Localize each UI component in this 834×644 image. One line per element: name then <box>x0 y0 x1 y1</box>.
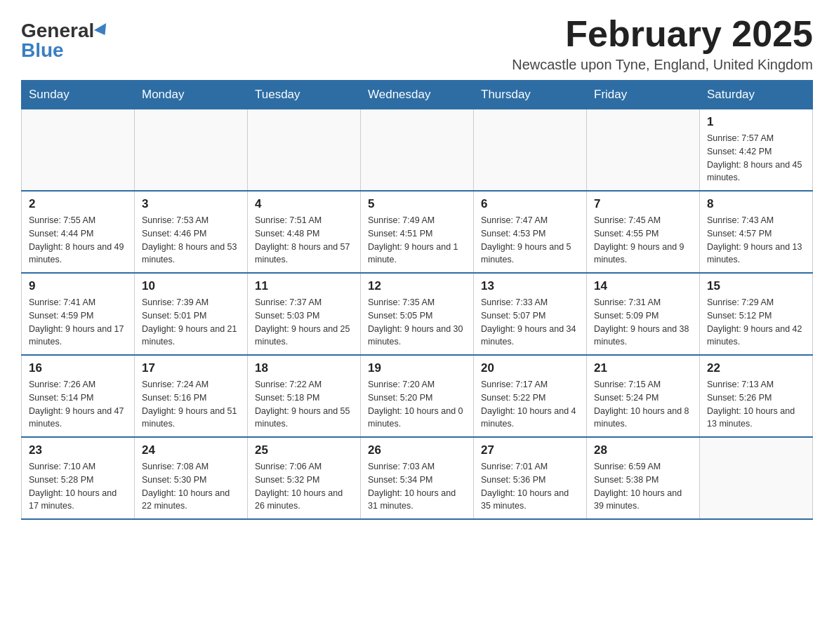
calendar-cell: 14Sunrise: 7:31 AMSunset: 5:09 PMDayligh… <box>587 273 700 355</box>
day-info: Sunrise: 7:35 AMSunset: 5:05 PMDaylight:… <box>368 296 466 349</box>
calendar-cell: 23Sunrise: 7:10 AMSunset: 5:28 PMDayligh… <box>22 437 135 519</box>
day-info: Sunrise: 7:15 AMSunset: 5:24 PMDaylight:… <box>594 378 692 431</box>
calendar-cell: 28Sunrise: 6:59 AMSunset: 5:38 PMDayligh… <box>587 437 700 519</box>
day-info: Sunrise: 7:17 AMSunset: 5:22 PMDaylight:… <box>481 378 579 431</box>
day-number: 5 <box>368 197 466 211</box>
weekday-header-saturday: Saturday <box>700 81 813 109</box>
day-number: 17 <box>142 361 240 375</box>
calendar-cell: 21Sunrise: 7:15 AMSunset: 5:24 PMDayligh… <box>587 355 700 437</box>
day-number: 14 <box>594 279 692 293</box>
weekday-header-friday: Friday <box>587 81 700 109</box>
weekday-header-tuesday: Tuesday <box>248 81 361 109</box>
calendar-cell <box>700 437 813 519</box>
day-info: Sunrise: 7:45 AMSunset: 4:55 PMDaylight:… <box>594 214 692 267</box>
calendar-cell <box>361 109 474 192</box>
calendar-cell: 9Sunrise: 7:41 AMSunset: 4:59 PMDaylight… <box>22 273 135 355</box>
calendar-cell <box>474 109 587 192</box>
day-number: 4 <box>255 197 353 211</box>
day-info: Sunrise: 7:43 AMSunset: 4:57 PMDaylight:… <box>707 214 805 267</box>
calendar-cell: 10Sunrise: 7:39 AMSunset: 5:01 PMDayligh… <box>135 273 248 355</box>
day-info: Sunrise: 7:31 AMSunset: 5:09 PMDaylight:… <box>594 296 692 349</box>
calendar-cell: 13Sunrise: 7:33 AMSunset: 5:07 PMDayligh… <box>474 273 587 355</box>
day-info: Sunrise: 7:51 AMSunset: 4:48 PMDaylight:… <box>255 214 353 267</box>
day-number: 7 <box>594 197 692 211</box>
day-info: Sunrise: 7:10 AMSunset: 5:28 PMDaylight:… <box>29 460 127 513</box>
day-number: 13 <box>481 279 579 293</box>
calendar-cell: 3Sunrise: 7:53 AMSunset: 4:46 PMDaylight… <box>135 191 248 273</box>
day-number: 18 <box>255 361 353 375</box>
day-info: Sunrise: 7:53 AMSunset: 4:46 PMDaylight:… <box>142 214 240 267</box>
calendar-cell: 6Sunrise: 7:47 AMSunset: 4:53 PMDaylight… <box>474 191 587 273</box>
day-info: Sunrise: 7:49 AMSunset: 4:51 PMDaylight:… <box>368 214 466 267</box>
weekday-header-sunday: Sunday <box>22 81 135 109</box>
day-info: Sunrise: 6:59 AMSunset: 5:38 PMDaylight:… <box>594 460 692 513</box>
day-info: Sunrise: 7:29 AMSunset: 5:12 PMDaylight:… <box>707 296 805 349</box>
location: Newcastle upon Tyne, England, United Kin… <box>512 57 813 73</box>
day-number: 20 <box>481 361 579 375</box>
calendar-cell: 24Sunrise: 7:08 AMSunset: 5:30 PMDayligh… <box>135 437 248 519</box>
calendar-cell: 12Sunrise: 7:35 AMSunset: 5:05 PMDayligh… <box>361 273 474 355</box>
day-info: Sunrise: 7:37 AMSunset: 5:03 PMDaylight:… <box>255 296 353 349</box>
calendar-cell: 19Sunrise: 7:20 AMSunset: 5:20 PMDayligh… <box>361 355 474 437</box>
calendar-cell <box>22 109 135 192</box>
page-header: General Blue February 2025 Newcastle upo… <box>21 14 813 73</box>
day-number: 9 <box>29 279 127 293</box>
calendar-cell: 8Sunrise: 7:43 AMSunset: 4:57 PMDaylight… <box>700 191 813 273</box>
day-info: Sunrise: 7:55 AMSunset: 4:44 PMDaylight:… <box>29 214 127 267</box>
calendar-cell: 11Sunrise: 7:37 AMSunset: 5:03 PMDayligh… <box>248 273 361 355</box>
calendar-cell: 26Sunrise: 7:03 AMSunset: 5:34 PMDayligh… <box>361 437 474 519</box>
day-info: Sunrise: 7:20 AMSunset: 5:20 PMDaylight:… <box>368 378 466 431</box>
calendar-week-4: 16Sunrise: 7:26 AMSunset: 5:14 PMDayligh… <box>22 355 813 437</box>
calendar-cell: 22Sunrise: 7:13 AMSunset: 5:26 PMDayligh… <box>700 355 813 437</box>
weekday-header-row: SundayMondayTuesdayWednesdayThursdayFrid… <box>22 81 813 109</box>
calendar-cell: 4Sunrise: 7:51 AMSunset: 4:48 PMDaylight… <box>248 191 361 273</box>
day-info: Sunrise: 7:01 AMSunset: 5:36 PMDaylight:… <box>481 460 579 513</box>
calendar-cell: 25Sunrise: 7:06 AMSunset: 5:32 PMDayligh… <box>248 437 361 519</box>
logo-blue: Blue <box>21 39 64 61</box>
day-info: Sunrise: 7:39 AMSunset: 5:01 PMDaylight:… <box>142 296 240 349</box>
calendar-cell: 5Sunrise: 7:49 AMSunset: 4:51 PMDaylight… <box>361 191 474 273</box>
day-number: 6 <box>481 197 579 211</box>
calendar-cell: 20Sunrise: 7:17 AMSunset: 5:22 PMDayligh… <box>474 355 587 437</box>
calendar-cell: 15Sunrise: 7:29 AMSunset: 5:12 PMDayligh… <box>700 273 813 355</box>
calendar-cell: 17Sunrise: 7:24 AMSunset: 5:16 PMDayligh… <box>135 355 248 437</box>
logo: General Blue <box>21 14 110 60</box>
day-number: 16 <box>29 361 127 375</box>
day-number: 8 <box>707 197 805 211</box>
day-info: Sunrise: 7:24 AMSunset: 5:16 PMDaylight:… <box>142 378 240 431</box>
calendar-cell: 16Sunrise: 7:26 AMSunset: 5:14 PMDayligh… <box>22 355 135 437</box>
day-info: Sunrise: 7:41 AMSunset: 4:59 PMDaylight:… <box>29 296 127 349</box>
day-number: 2 <box>29 197 127 211</box>
day-number: 3 <box>142 197 240 211</box>
day-number: 25 <box>255 443 353 457</box>
calendar-body: 1Sunrise: 7:57 AMSunset: 4:42 PMDaylight… <box>22 109 813 520</box>
day-info: Sunrise: 7:26 AMSunset: 5:14 PMDaylight:… <box>29 378 127 431</box>
calendar-cell: 7Sunrise: 7:45 AMSunset: 4:55 PMDaylight… <box>587 191 700 273</box>
calendar-header: SundayMondayTuesdayWednesdayThursdayFrid… <box>22 81 813 109</box>
weekday-header-wednesday: Wednesday <box>361 81 474 109</box>
day-info: Sunrise: 7:33 AMSunset: 5:07 PMDaylight:… <box>481 296 579 349</box>
calendar-cell: 18Sunrise: 7:22 AMSunset: 5:18 PMDayligh… <box>248 355 361 437</box>
calendar-week-3: 9Sunrise: 7:41 AMSunset: 4:59 PMDaylight… <box>22 273 813 355</box>
calendar-week-2: 2Sunrise: 7:55 AMSunset: 4:44 PMDaylight… <box>22 191 813 273</box>
day-info: Sunrise: 7:57 AMSunset: 4:42 PMDaylight:… <box>707 132 805 185</box>
day-number: 11 <box>255 279 353 293</box>
day-info: Sunrise: 7:13 AMSunset: 5:26 PMDaylight:… <box>707 378 805 431</box>
day-number: 24 <box>142 443 240 457</box>
day-info: Sunrise: 7:03 AMSunset: 5:34 PMDaylight:… <box>368 460 466 513</box>
calendar-cell: 1Sunrise: 7:57 AMSunset: 4:42 PMDaylight… <box>700 109 813 192</box>
day-info: Sunrise: 7:22 AMSunset: 5:18 PMDaylight:… <box>255 378 353 431</box>
day-number: 27 <box>481 443 579 457</box>
day-number: 12 <box>368 279 466 293</box>
day-number: 22 <box>707 361 805 375</box>
day-number: 28 <box>594 443 692 457</box>
month-title: February 2025 <box>512 14 813 54</box>
title-section: February 2025 Newcastle upon Tyne, Engla… <box>512 14 813 73</box>
calendar-week-5: 23Sunrise: 7:10 AMSunset: 5:28 PMDayligh… <box>22 437 813 519</box>
day-number: 1 <box>707 115 805 129</box>
calendar-cell <box>587 109 700 192</box>
day-number: 15 <box>707 279 805 293</box>
calendar-cell: 27Sunrise: 7:01 AMSunset: 5:36 PMDayligh… <box>474 437 587 519</box>
day-number: 26 <box>368 443 466 457</box>
day-number: 23 <box>29 443 127 457</box>
